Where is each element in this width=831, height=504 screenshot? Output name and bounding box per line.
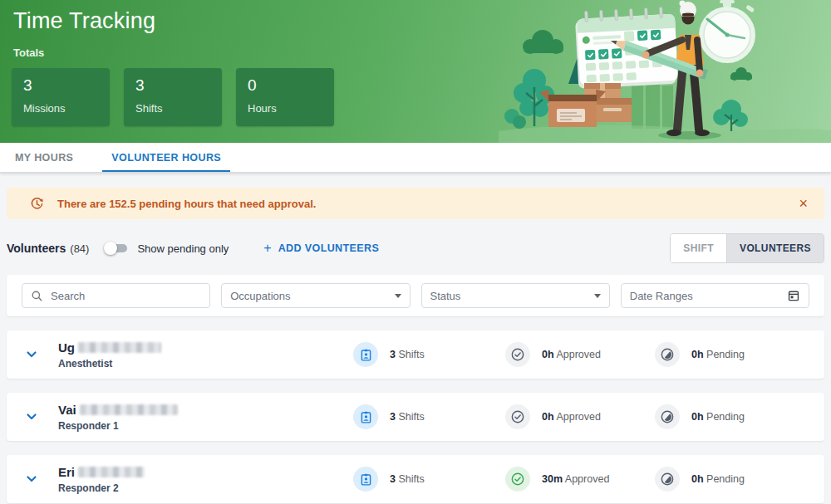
occupations-label: Occupations [230, 290, 394, 302]
volunteer-role: Responder 2 [58, 482, 145, 494]
chevron-down-icon [395, 294, 401, 298]
view-button-volunteers[interactable]: VOLUNTEERS [726, 234, 824, 262]
approved-cell: 0h Approved [505, 404, 655, 429]
expand-chevron-icon[interactable] [23, 409, 40, 425]
expand-chevron-icon[interactable] [23, 471, 40, 487]
volunteer-name: Ug [58, 340, 75, 355]
totals-label: Totals [13, 46, 818, 59]
show-pending-toggle[interactable] [104, 241, 129, 256]
toggle-thumb [104, 242, 117, 255]
shifts-cell: 3 Shifts [353, 467, 505, 492]
plus-icon: + [263, 241, 271, 256]
approved-hours: 30m [542, 473, 563, 485]
view-button-shift[interactable]: SHIFT [671, 234, 726, 262]
shifts-count: 3 [390, 473, 396, 485]
volunteer-row: Ug Anesthetist 3 Shifts 0h Approved 0h P… [7, 330, 824, 379]
shifts-cell: 3 Shifts [353, 342, 505, 367]
tab-my-hours[interactable]: MY HOURS [15, 143, 73, 172]
volunteer-row: Vai Responder 1 3 Shifts 0h Approved 0h … [7, 393, 824, 441]
add-volunteers-button[interactable]: + ADD VOLUNTEERS [263, 241, 379, 256]
pending-half-circle-icon [655, 342, 680, 367]
volunteer-role: Responder 1 [58, 420, 178, 432]
tab-volunteer-hours[interactable]: VOLUNTEER HOURS [111, 143, 221, 172]
hours-value: 0 [248, 76, 322, 95]
pending-hours: 0h [691, 349, 704, 360]
page-title: Time Tracking [13, 8, 818, 34]
search-input[interactable] [51, 290, 201, 302]
pending-cell: 0h Pending [655, 404, 824, 429]
search-icon [31, 290, 43, 302]
shifts-count: 3 [390, 411, 396, 423]
pending-cell: 0h Pending [655, 467, 824, 492]
volunteer-name: Eri [58, 465, 75, 479]
shifts-label: Shifts [135, 102, 210, 115]
approved-hours: 0h [542, 411, 554, 423]
approved-label: Approved [556, 411, 601, 423]
stat-card-hours: 0 Hours [236, 68, 334, 126]
check-circle-green-icon [505, 467, 530, 492]
pending-half-circle-icon [655, 404, 680, 429]
volunteer-row: Eri Responder 2 3 Shifts 30m Approved 0h… [7, 455, 824, 503]
check-circle-icon [505, 342, 530, 367]
pending-hours: 0h [691, 411, 704, 423]
pending-hours: 0h [691, 473, 704, 485]
shifts-cell: 3 Shifts [353, 404, 505, 429]
shifts-value: 3 [135, 76, 210, 95]
pending-cell: 0h Pending [655, 342, 824, 367]
missions-label: Missions [23, 102, 98, 115]
volunteers-title: Volunteers [7, 242, 66, 255]
shifts-unit: Shifts [398, 411, 424, 423]
pending-label: Pending [706, 349, 745, 360]
stat-cards: 3 Missions 3 Shifts 0 Hours [12, 68, 818, 126]
tab-bar: MY HOURS VOLUNTEER HOURS [0, 143, 831, 173]
clock-update-icon [30, 197, 44, 211]
approved-hours: 0h [542, 349, 554, 360]
filters-card: Occupations Status Date Ranges [7, 275, 824, 316]
approved-label: Approved [556, 349, 601, 360]
volunteer-role: Anesthetist [58, 358, 161, 369]
status-label: Status [430, 290, 594, 302]
occupations-select[interactable]: Occupations [221, 283, 410, 308]
close-icon[interactable]: × [794, 196, 813, 211]
badge-id-icon [353, 404, 378, 429]
shifts-unit: Shifts [398, 349, 424, 360]
pending-hours-banner: There are 152.5 pending hours that need … [7, 188, 824, 219]
badge-id-icon [353, 467, 378, 492]
volunteers-toolbar: Volunteers (84) Show pending only + ADD … [7, 233, 824, 263]
redacted-name [78, 467, 145, 477]
add-volunteers-label: ADD VOLUNTEERS [278, 242, 380, 254]
calendar-icon [787, 289, 800, 302]
stat-card-missions: 3 Missions [12, 68, 110, 126]
approved-cell: 0h Approved [505, 342, 655, 367]
redacted-name [78, 342, 161, 353]
volunteers-count: (84) [70, 242, 89, 255]
approved-label: Approved [565, 473, 610, 485]
chevron-down-icon [594, 294, 601, 298]
missions-value: 3 [23, 76, 98, 95]
expand-chevron-icon[interactable] [23, 346, 40, 363]
status-select[interactable]: Status [421, 283, 610, 308]
stat-card-shifts: 3 Shifts [124, 68, 222, 126]
page-header: Time Tracking Totals 3 Missions 3 Shifts… [0, 0, 831, 143]
shifts-count: 3 [390, 349, 396, 360]
date-ranges-field[interactable]: Date Ranges [621, 283, 809, 308]
check-circle-icon [505, 404, 530, 429]
view-switch: SHIFT VOLUNTEERS [670, 233, 824, 263]
hours-label: Hours [248, 102, 322, 115]
redacted-name [80, 404, 178, 415]
pending-half-circle-icon [655, 467, 680, 492]
search-field[interactable] [22, 283, 210, 308]
shifts-unit: Shifts [398, 473, 424, 485]
approved-cell: 30m Approved [505, 467, 655, 492]
pending-label: Pending [706, 473, 745, 485]
show-pending-label: Show pending only [137, 242, 229, 255]
date-ranges-label: Date Ranges [630, 290, 787, 302]
volunteer-name: Vai [58, 403, 76, 417]
banner-message: There are 152.5 pending hours that need … [57, 198, 794, 210]
pending-label: Pending [706, 411, 745, 423]
badge-id-icon [353, 342, 378, 367]
